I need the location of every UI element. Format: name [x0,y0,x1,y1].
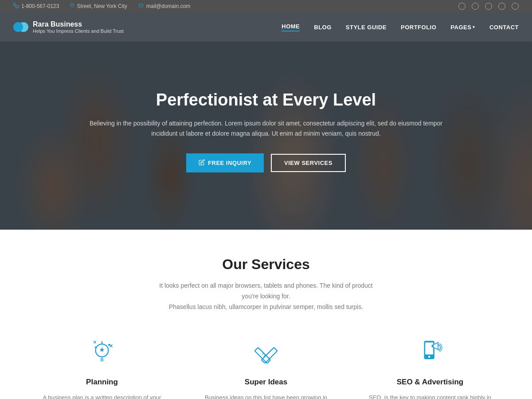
email-info: mail@domain.com [138,3,191,9]
location-text: Street, New York City [77,3,127,9]
super-ideas-icon [248,334,284,370]
social-icon-1[interactable] [458,3,466,10]
free-inquiry-button[interactable]: FREE INQUIRY [186,153,264,172]
super-ideas-text: Business ideas on this list have been gr… [200,393,332,399]
top-bar-left: 1-800-567-0123 Street, New York City mai… [13,3,190,10]
seo-text: SEO, is the key to making content rank h… [364,393,497,399]
service-card-super-ideas: Super Ideas Business ideas on this list … [191,334,341,399]
svg-rect-16 [432,345,434,347]
planning-text: A business plan is a written description… [35,393,168,399]
nav-menu: HOME BLOG STYLE GUIDE PORTFOLIO PAGES ▾ … [282,23,519,31]
nav-blog[interactable]: BLOG [314,24,332,31]
phone-icon [13,3,19,10]
nav-portfolio[interactable]: PORTFOLIO [401,24,436,31]
services-title: Our Services [27,256,505,273]
service-card-seo: SEO & Advertising SEO, is the key to mak… [355,334,505,399]
svg-point-15 [428,356,430,358]
svg-text:×: × [93,339,96,345]
phone-info: 1-800-567-0123 [13,3,59,10]
logo-text: Rara Business Helps You Impress Clients … [33,20,124,34]
top-bar: 1-800-567-0123 Street, New York City mai… [0,0,532,12]
location-icon [70,3,74,10]
logo: Rara Business Helps You Impress Clients … [13,20,124,34]
nav-home[interactable]: HOME [282,23,300,31]
services-section: Our Services It looks perfect on all maj… [0,230,532,399]
service-card-planning: × × Planning A business plan is a writte… [27,334,177,399]
edit-icon [199,159,205,167]
chevron-down-icon: ▾ [473,25,475,29]
nav-contact[interactable]: CONTACT [489,24,519,31]
phone-number: 1-800-567-0123 [21,3,59,9]
planning-title: Planning [35,378,168,387]
svg-rect-14 [425,343,433,355]
email-icon [138,3,144,9]
logo-title: Rara Business [33,20,124,28]
services-description: It looks perfect on all major browsers, … [155,281,377,312]
location-info: Street, New York City [70,3,127,10]
svg-marker-4 [100,348,105,352]
hero-title: Perfectionist at Every Level [156,90,376,110]
hero-section: Rara Business Helps You Impress Clients … [0,12,532,230]
nav-pages[interactable]: PAGES ▾ [450,24,475,31]
hero-buttons: FREE INQUIRY VIEW SERVICES [186,153,346,172]
social-icon-2[interactable] [472,3,479,10]
svg-text:×: × [109,342,113,349]
planning-icon: × × [84,334,120,370]
nav-style-guide[interactable]: STYLE GUIDE [346,24,387,31]
social-icon-3[interactable] [485,3,492,10]
hero-content: Perfectionist at Every Level Believing i… [0,33,532,230]
seo-title: SEO & Advertising [364,378,497,387]
logo-circle-dark [13,22,23,32]
svg-line-11 [262,353,264,355]
top-bar-social [458,3,519,10]
view-services-button[interactable]: VIEW SERVICES [271,154,346,172]
svg-point-0 [72,4,73,6]
seo-icon [412,334,448,370]
email-text: mail@domain.com [146,3,191,9]
services-grid: × × Planning A business plan is a writte… [27,334,505,399]
hero-subtitle: Believing in the possibility of attainin… [89,118,443,140]
svg-point-6 [95,347,97,348]
logo-icon [13,22,28,32]
super-ideas-title: Super Ideas [200,378,332,387]
social-icon-4[interactable] [498,3,505,10]
social-icon-5[interactable] [512,3,519,10]
